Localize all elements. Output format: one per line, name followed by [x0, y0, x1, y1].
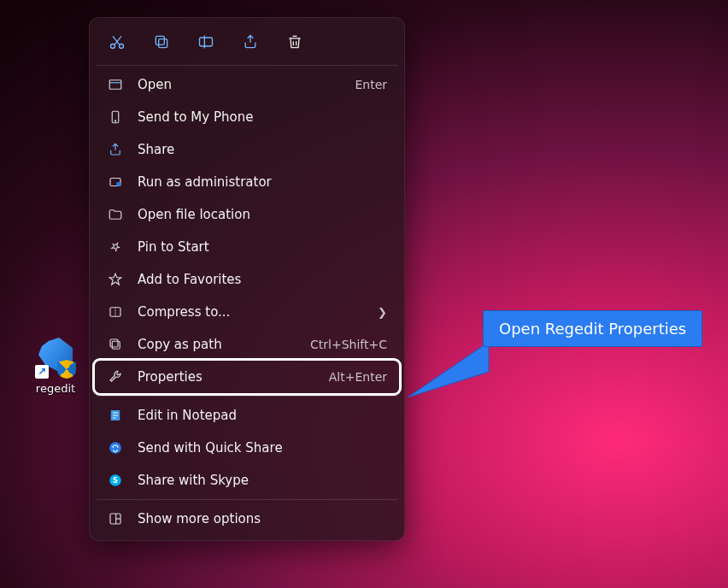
menu-item-open[interactable]: Open Enter [95, 68, 399, 101]
star-icon [107, 271, 124, 288]
properties-icon [107, 368, 124, 385]
callout-text: Open Regedit Properties [499, 320, 686, 338]
svg-rect-12 [110, 339, 118, 347]
share-arrow-icon [107, 141, 124, 158]
menu-item-open-file-location[interactable]: Open file location [95, 198, 399, 231]
desktop-shortcut-regedit[interactable]: ↗ regedit [26, 338, 85, 395]
menu-item-label: Show more options [138, 511, 387, 526]
chevron-right-icon: ❯ [378, 306, 387, 319]
copy-button[interactable] [151, 32, 172, 52]
cut-icon [109, 33, 126, 50]
menu-item-label: Open [138, 77, 341, 92]
svg-marker-18 [408, 342, 489, 397]
menu-item-send-with-quick-share[interactable]: Send with Quick Share [95, 432, 399, 464]
menu-item-label: Share [138, 142, 387, 157]
cut-button[interactable] [107, 32, 127, 52]
open-icon [107, 76, 124, 93]
skype-icon: S [107, 472, 124, 489]
menu-item-share[interactable]: Share [95, 133, 399, 166]
svg-rect-11 [112, 341, 120, 349]
menu-item-edit-in-notepad[interactable]: Edit in Notepad [95, 399, 399, 432]
menu-item-label: Run as administrator [138, 174, 387, 190]
svg-point-1 [120, 44, 124, 49]
menu-item-share-with-skype[interactable]: S Share with Skype [95, 464, 399, 497]
menu-item-properties[interactable]: Properties Alt+Enter [95, 361, 399, 393]
menu-item-label: Share with Skype [138, 473, 387, 488]
annotation-callout: Open Regedit Properties [483, 310, 702, 347]
notepad-icon [107, 407, 124, 424]
svg-rect-2 [159, 39, 167, 48]
menu-item-compress-to[interactable]: Compress to... ❯ [95, 296, 399, 328]
archive-icon [107, 303, 124, 320]
menu-item-shortcut: Enter [355, 78, 387, 91]
separator [97, 65, 397, 66]
menu-item-label: Send with Quick Share [138, 440, 387, 456]
desktop-shortcut-label: regedit [36, 382, 75, 395]
menu-item-label: Send to My Phone [138, 109, 387, 125]
regedit-icon: ↗ [35, 338, 76, 379]
menu-item-send-to-phone[interactable]: Send to My Phone [95, 101, 399, 133]
menu-item-label: Properties [138, 369, 315, 385]
rename-button[interactable] [196, 32, 216, 52]
svg-rect-4 [200, 38, 213, 46]
phone-icon [107, 109, 124, 126]
context-menu: Open Enter Send to My Phone Share Run as… [89, 17, 405, 541]
menu-item-label: Edit in Notepad [138, 408, 387, 423]
menu-item-label: Open file location [138, 207, 387, 222]
copy-icon [153, 33, 170, 50]
svg-rect-3 [156, 36, 164, 44]
menu-item-label: Add to Favorites [138, 272, 387, 287]
delete-button[interactable] [285, 32, 305, 52]
svg-point-9 [116, 182, 120, 186]
svg-rect-5 [109, 80, 121, 90]
context-menu-iconbar [95, 23, 399, 62]
svg-point-7 [114, 121, 115, 121]
menu-item-label: Pin to Start [138, 239, 387, 255]
menu-item-show-more-options[interactable]: Show more options [95, 503, 399, 535]
shield-icon [107, 173, 124, 191]
separator [97, 396, 397, 397]
more-options-icon [107, 510, 124, 527]
delete-icon [286, 33, 303, 50]
share-button[interactable] [240, 32, 261, 52]
menu-item-shortcut: Alt+Enter [329, 370, 387, 384]
folder-icon [107, 206, 124, 223]
menu-item-label: Copy as path [138, 337, 296, 352]
quick-share-icon [107, 439, 124, 456]
menu-item-label: Compress to... [138, 304, 364, 320]
svg-point-0 [111, 44, 115, 49]
menu-item-pin-to-start[interactable]: Pin to Start [95, 231, 399, 263]
rename-icon [197, 33, 214, 50]
svg-text:S: S [113, 476, 118, 485]
svg-rect-10 [110, 308, 120, 317]
copy-path-icon [107, 336, 124, 353]
menu-item-copy-as-path[interactable]: Copy as path Ctrl+Shift+C [95, 328, 399, 361]
separator [97, 499, 397, 500]
menu-item-run-as-admin[interactable]: Run as administrator [95, 166, 399, 198]
menu-item-shortcut: Ctrl+Shift+C [310, 338, 387, 351]
pin-icon [107, 238, 124, 256]
menu-item-add-to-favorites[interactable]: Add to Favorites [95, 263, 399, 296]
share-icon [242, 33, 259, 50]
